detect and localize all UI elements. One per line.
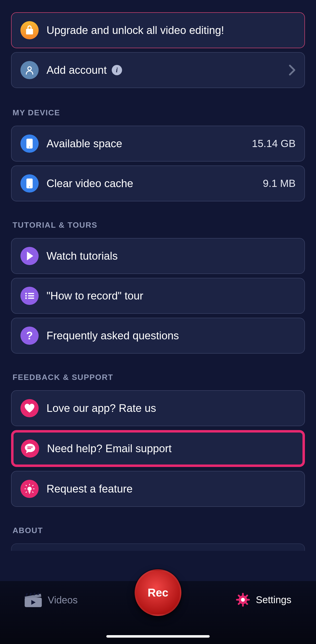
question-icon: ? [21,326,39,345]
svg-point-37 [241,598,245,602]
svg-rect-29 [242,593,244,596]
svg-rect-31 [236,599,239,601]
request-feature-row[interactable]: Request a feature [11,471,305,507]
add-account-row[interactable]: Add account i [11,52,305,88]
watch-tutorials-label: Watch tutorials [47,250,295,262]
add-account-label: Add account [47,64,107,76]
email-support-label: Need help? Email support [47,442,295,455]
rate-us-label: Love our app? Rate us [47,402,295,414]
email-support-row[interactable]: Need help? Email support [11,430,305,467]
section-title-tutorials: TUTORIAL & TOURS [13,220,305,230]
about-row-peek [11,544,305,551]
svg-rect-30 [242,604,244,606]
phone-icon [21,174,39,192]
request-feature-label: Request a feature [47,483,295,495]
svg-rect-10 [28,298,34,299]
phone-icon [21,134,39,153]
svg-point-4 [29,186,30,187]
svg-rect-15 [29,484,30,486]
svg-rect-8 [28,295,34,296]
clapper-icon [25,593,42,607]
faq-label: Frequently asked questions [47,330,295,342]
clear-cache-row[interactable]: Clear video cache 9.1 MB [11,166,305,202]
svg-rect-24 [25,593,28,596]
svg-point-2 [29,146,30,148]
svg-rect-21 [25,491,27,493]
watch-tutorials-row[interactable]: Watch tutorials [11,238,305,274]
clear-cache-label: Clear video cache [47,177,263,190]
section-title-about: ABOUT [13,526,305,535]
upgrade-label: Upgrade and unlock all video editing! [47,24,295,36]
play-icon [21,247,39,265]
record-tour-label: "How to record" tour [47,290,295,302]
heart-icon [21,399,39,417]
clear-cache-value: 9.1 MB [263,178,295,189]
person-icon [21,61,39,79]
section-title-feedback: FEEDBACK & SUPPORT [13,373,305,382]
available-space-row[interactable]: Available space 15.14 GB [11,126,305,162]
svg-point-9 [25,297,27,299]
svg-rect-12 [27,448,31,449]
svg-rect-18 [33,488,35,489]
gear-icon [236,593,250,606]
svg-rect-22 [32,491,34,493]
upgrade-row[interactable]: Upgrade and unlock all video editing! [11,12,305,48]
info-icon[interactable]: i [112,65,122,75]
svg-point-13 [27,487,32,491]
lightbulb-icon [21,480,39,498]
svg-rect-20 [32,485,34,486]
nav-settings-label: Settings [256,594,291,606]
nav-settings[interactable]: Settings [236,593,291,606]
svg-rect-19 [25,485,27,486]
record-button[interactable]: Rec [135,569,181,616]
svg-rect-17 [25,488,26,489]
svg-rect-16 [29,492,30,494]
nav-videos-label: Videos [48,594,78,606]
list-icon [21,287,39,305]
available-space-value: 15.14 GB [252,138,295,150]
svg-rect-6 [28,293,34,294]
svg-point-0 [28,67,31,70]
available-space-label: Available space [47,138,252,150]
nav-videos[interactable]: Videos [25,593,78,607]
rate-us-row[interactable]: Love our app? Rate us [11,390,305,426]
chevron-right-icon [289,64,295,76]
lock-icon [21,21,39,39]
svg-rect-14 [28,491,31,492]
home-indicator[interactable] [106,635,210,638]
svg-point-7 [25,295,27,296]
svg-rect-11 [27,446,33,448]
section-title-device: MY DEVICE [13,108,305,117]
chat-icon [21,440,39,458]
svg-rect-32 [247,599,250,601]
svg-rect-25 [29,593,32,596]
faq-row[interactable]: ? Frequently asked questions [11,318,305,354]
svg-point-5 [25,292,27,294]
bottom-nav: Videos Rec Settings [0,581,316,644]
record-tour-row[interactable]: "How to record" tour [11,278,305,314]
record-button-label: Rec [148,586,168,599]
